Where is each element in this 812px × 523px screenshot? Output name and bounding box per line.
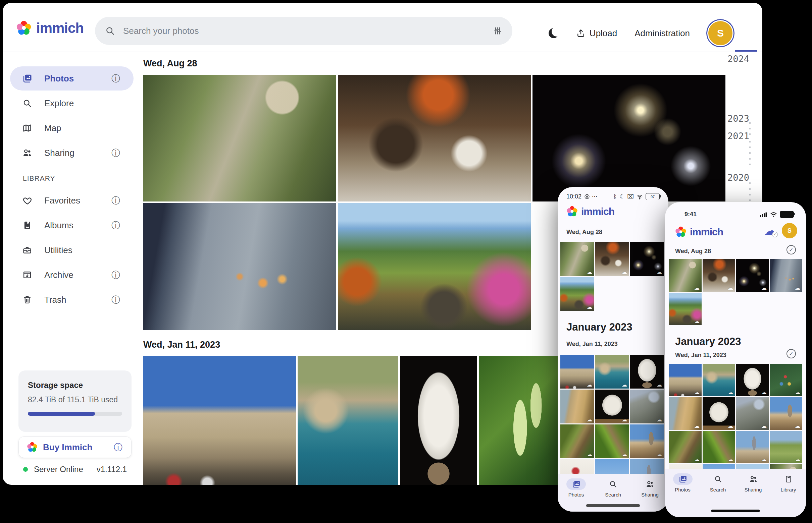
photo-lizard2[interactable] (703, 431, 735, 463)
photo-grid-jan11 (143, 356, 558, 485)
photo-autumn[interactable] (669, 293, 702, 325)
photo-bust[interactable] (630, 355, 664, 389)
search-filters-icon[interactable] (493, 26, 502, 36)
nav-item-library[interactable]: Library (779, 473, 798, 492)
backup-check-icon: ✓ (772, 232, 778, 237)
user-avatar[interactable]: S (707, 20, 733, 46)
upload-button[interactable]: Upload (576, 28, 617, 39)
date-header-jan11: Wed, Jan 11, 2023 (143, 340, 220, 350)
photo-dinner[interactable] (703, 259, 735, 292)
timeline-year-2024[interactable]: 2024 (727, 54, 758, 64)
photo-dinner[interactable] (338, 75, 531, 201)
avatar-initial: S (717, 28, 724, 39)
photo-town[interactable] (770, 397, 802, 430)
sidebar-item-label: Albums (44, 220, 73, 231)
search-input[interactable] (122, 25, 493, 37)
photo-beach[interactable] (669, 397, 702, 430)
storage-progress-fill (28, 412, 95, 416)
search-icon (603, 479, 623, 490)
sidebar-item-trash[interactable]: Trash ⓘ (10, 288, 134, 312)
sidebar-item-albums[interactable]: Albums ⓘ (10, 213, 134, 237)
info-icon[interactable]: ⓘ (111, 196, 120, 205)
photo-lizard[interactable] (669, 431, 702, 463)
photo-autumn[interactable] (338, 203, 531, 330)
sidebar-item-sharing[interactable]: Sharing ⓘ (10, 141, 134, 165)
home-indicator (711, 510, 760, 512)
sidebar-item-favorites[interactable]: Favorites ⓘ (10, 188, 134, 213)
search-bar[interactable] (95, 17, 512, 45)
info-icon[interactable]: ⓘ (114, 443, 122, 452)
server-status-row: Server Online v1.112.1 (18, 465, 132, 474)
photo-sculpture[interactable] (595, 390, 629, 423)
nav-label: Search (605, 492, 621, 498)
sidebar-item-archive[interactable]: Archive ⓘ (10, 263, 134, 287)
photo-bust[interactable] (400, 356, 477, 485)
select-all-check-icon[interactable]: ✓ (787, 245, 796, 254)
immich-logo[interactable]: immich (16, 20, 84, 36)
photo-plant[interactable] (479, 356, 558, 485)
photo-grid-row (560, 390, 664, 423)
photo-fireworks[interactable] (533, 75, 725, 201)
select-all-check-icon[interactable]: ✓ (787, 349, 796, 358)
sharing-people-icon (22, 148, 32, 158)
backup-cloud-icon[interactable]: ☁✓ (764, 224, 776, 237)
library-section-label: LIBRARY (10, 174, 134, 182)
phone-grid-aug (560, 242, 664, 312)
photo-lizard2[interactable] (595, 425, 629, 458)
sidebar-item-photos[interactable]: Photos ⓘ (10, 66, 134, 91)
photo-coastal[interactable] (298, 356, 398, 485)
photo-town[interactable] (630, 425, 664, 458)
photo-hands[interactable] (143, 203, 336, 330)
nav-item-search[interactable]: Search (603, 479, 623, 498)
photo-xmas[interactable] (770, 364, 802, 396)
photo-ruin[interactable] (736, 397, 769, 430)
nav-label: Sharing (745, 487, 762, 492)
photo-lizard[interactable] (560, 425, 594, 458)
trash-icon (22, 295, 32, 305)
photo-grid-row (669, 293, 802, 325)
timeline-year-2020[interactable]: 2020 (727, 172, 758, 183)
info-icon[interactable]: ⓘ (111, 271, 120, 279)
photo-hands[interactable] (770, 259, 802, 292)
nav-item-photos[interactable]: Photos (673, 473, 693, 492)
photo-sculpture[interactable] (703, 397, 735, 430)
photo-fireworks[interactable] (630, 242, 664, 276)
sidebar-item-explore[interactable]: Explore (10, 91, 134, 115)
photo-dinner[interactable] (595, 242, 629, 276)
sidebar-item-map[interactable]: Map (10, 116, 134, 140)
photo-coastal[interactable] (703, 364, 735, 396)
sidebar-item-utilities[interactable]: Utilities (10, 238, 134, 262)
buy-immich-button[interactable]: Buy Immich ⓘ (18, 436, 132, 458)
photo-zoo[interactable] (669, 259, 702, 292)
nav-item-sharing[interactable]: Sharing (640, 479, 660, 498)
photo-fortress[interactable] (669, 364, 702, 396)
photo-ruin[interactable] (630, 390, 664, 423)
photo-beach[interactable] (560, 390, 594, 423)
dark-mode-toggle-icon[interactable] (549, 28, 559, 38)
administration-link[interactable]: Administration (635, 28, 690, 39)
photo-fortress[interactable] (560, 355, 594, 389)
sidebar-item-label: Favorites (44, 196, 80, 206)
photo-bust[interactable] (736, 364, 769, 396)
photo-farm[interactable] (770, 431, 802, 463)
nav-item-photos[interactable]: Photos (566, 479, 586, 498)
nav-item-sharing[interactable]: Sharing (744, 473, 763, 492)
timeline-year-2023[interactable]: 2023 (727, 113, 758, 124)
timeline-position-indicator[interactable] (735, 50, 757, 52)
server-status-label: Server Online (34, 465, 83, 474)
photo-fireworks[interactable] (736, 259, 769, 292)
photo-autumn[interactable] (560, 277, 594, 311)
photo-zoo[interactable] (560, 242, 594, 276)
user-avatar[interactable]: S (782, 223, 797, 238)
photo-coastal[interactable] (595, 355, 629, 389)
info-icon[interactable]: ⓘ (111, 148, 120, 157)
timeline-year-2021[interactable]: 2021 (727, 131, 758, 141)
nav-label: Search (710, 487, 726, 492)
nav-item-search[interactable]: Search (708, 473, 728, 492)
photo-fortress[interactable] (143, 356, 296, 485)
photo-church[interactable] (736, 431, 769, 463)
photo-zoo[interactable] (143, 75, 336, 201)
info-icon[interactable]: ⓘ (111, 221, 120, 230)
info-icon[interactable]: ⓘ (111, 74, 120, 83)
info-icon[interactable]: ⓘ (111, 295, 120, 304)
